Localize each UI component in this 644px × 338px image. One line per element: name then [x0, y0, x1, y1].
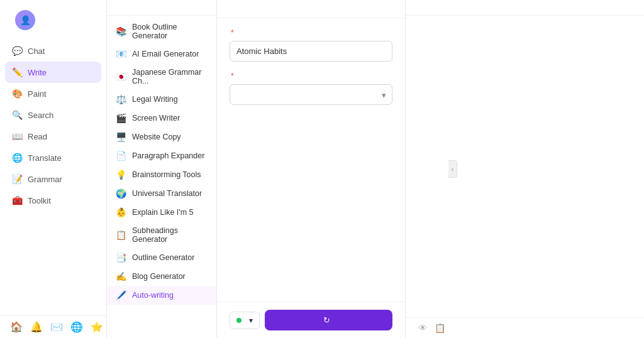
regenerate-icon: ↻	[323, 315, 330, 325]
result-footer: 👁 📋	[406, 317, 644, 338]
sidebar-item-read[interactable]: 📖Read	[5, 126, 101, 147]
topic-label: *	[230, 28, 392, 37]
main-panel: * * ▾ ‹ ▾ ↻	[217, 0, 406, 338]
paint-icon: 🎨	[11, 88, 23, 99]
wb-label-screen-writer: Screen Writer	[132, 114, 180, 123]
ai-email-icon: 📧	[116, 49, 127, 59]
wb-label-legal-writing: Legal Writing	[132, 95, 178, 104]
sidebar-label-paint: Paint	[28, 89, 47, 99]
wb-item-subheadings[interactable]: 📋Subheadings Generator	[107, 222, 216, 248]
result-header	[406, 0, 644, 16]
legal-writing-icon: ⚖️	[116, 94, 127, 104]
wb-item-universal-translator[interactable]: 🌍Universal Translator	[107, 184, 216, 203]
star-icon[interactable]: ⭐	[91, 321, 103, 333]
wb-item-auto-writing[interactable]: 🖊️Auto-writing	[107, 286, 216, 305]
app-logo: 👤	[0, 0, 106, 38]
wb-item-blog-generator[interactable]: ✍️Blog Generator	[107, 267, 216, 286]
explain-like-icon: 👶	[116, 207, 127, 217]
wb-item-explain-like[interactable]: 👶Explain Like I'm 5	[107, 203, 216, 222]
writing-bots-list: 📚Book Outline Generator📧AI Email Generat…	[107, 16, 216, 338]
gpt-dot	[236, 318, 242, 323]
wb-label-explain-like: Explain Like I'm 5	[132, 208, 194, 217]
sidebar-label-write: Write	[28, 68, 47, 77]
sidebar-item-write[interactable]: ✏️Write	[5, 62, 101, 83]
sidebar-item-paint[interactable]: 🎨Paint	[5, 83, 101, 104]
website-copy-icon: 🖥️	[116, 132, 127, 142]
writing-type-wrapper: ▾	[230, 84, 392, 105]
sidebar-label-search: Search	[28, 111, 53, 120]
sidebar-label-toolkit: Toolkit	[28, 196, 51, 205]
sidebar-label-grammar: Grammar	[28, 175, 62, 184]
wb-label-paragraph-expander: Paragraph Expander	[132, 151, 204, 160]
universal-translator-icon: 🌍	[116, 188, 127, 199]
wb-label-book-outline: Book Outline Generator	[132, 23, 208, 40]
translate-icon: 🌐	[11, 152, 23, 163]
wb-item-legal-writing[interactable]: ⚖️Legal Writing	[107, 90, 216, 109]
writing-bots-panel: 📚Book Outline Generator📧AI Email Generat…	[107, 0, 217, 338]
chrome-icon[interactable]: 🌐	[70, 321, 83, 333]
wb-item-paragraph-expander[interactable]: 📄Paragraph Expander	[107, 146, 216, 165]
topic-required: *	[231, 28, 234, 37]
wb-label-auto-writing: Auto-writing	[132, 291, 174, 300]
wb-item-book-outline[interactable]: 📚Book Outline Generator	[107, 18, 216, 45]
topic-field-group: *	[230, 28, 392, 62]
sidebar-item-grammar[interactable]: 📝Grammar	[5, 168, 101, 190]
screen-writer-icon: 🎬	[116, 113, 127, 123]
wb-item-website-copy[interactable]: 🖥️Website Copy	[107, 128, 216, 146]
wb-label-blog-generator: Blog Generator	[132, 272, 186, 281]
wb-label-outline-generator: Outline Generator	[132, 253, 194, 262]
grammar-icon: 📝	[11, 173, 23, 185]
sidebar-label-translate: Translate	[28, 153, 62, 163]
sidebar-nav: 💬Chat✏️Write🎨Paint🔍Search📖Read🌐Translate…	[0, 38, 106, 315]
wb-label-brainstorming: Brainstorming Tools	[132, 170, 201, 179]
topic-input[interactable]	[230, 41, 392, 62]
wb-item-japanese-grammar[interactable]: 🇯🇵Japanese Grammar Ch...	[107, 63, 216, 90]
sidebar-bottom: 🏠 🔔 ✉️ 🌐 ⭐	[0, 315, 106, 338]
chat-icon: 💬	[11, 45, 23, 57]
sidebar-label-read: Read	[28, 132, 47, 141]
result-body	[406, 16, 644, 317]
wb-label-japanese-grammar: Japanese Grammar Ch...	[132, 68, 208, 85]
wb-label-ai-email: AI Email Generator	[132, 50, 199, 58]
wb-item-brainstorming[interactable]: 💡Brainstorming Tools	[107, 165, 216, 184]
eye-icon[interactable]: 👁	[418, 323, 427, 333]
paragraph-expander-icon: 📄	[116, 151, 127, 161]
model-chevron-icon: ▾	[249, 316, 253, 325]
main-footer: ▾ ↻	[217, 302, 405, 338]
wb-label-subheadings: Subheadings Generator	[132, 226, 208, 244]
writing-type-field-group: * ▾	[230, 72, 392, 105]
writing-bots-title	[107, 0, 216, 16]
sidebar-item-search[interactable]: 🔍Search	[5, 104, 101, 126]
read-icon: 📖	[11, 131, 23, 142]
writing-type-label: *	[230, 72, 392, 80]
main-header	[217, 0, 405, 18]
mail-icon[interactable]: ✉️	[50, 321, 63, 333]
wb-label-website-copy: Website Copy	[132, 133, 181, 141]
sidebar-item-translate[interactable]: 🌐Translate	[5, 147, 101, 168]
collapse-handle[interactable]: ‹	[448, 160, 457, 178]
brainstorming-icon: 💡	[116, 170, 127, 180]
wb-item-outline-generator[interactable]: 📑Outline Generator	[107, 248, 216, 267]
subheadings-icon: 📋	[116, 230, 127, 240]
sidebar-item-chat[interactable]: 💬Chat	[5, 40, 101, 62]
regenerate-button[interactable]: ↻	[265, 310, 392, 330]
writing-type-select[interactable]	[230, 84, 392, 105]
japanese-grammar-icon: 🇯🇵	[116, 72, 127, 82]
bell-icon[interactable]: 🔔	[30, 321, 43, 333]
model-selector[interactable]: ▾	[230, 312, 260, 329]
home-icon[interactable]: 🏠	[10, 321, 23, 333]
sidebar: 👤 💬Chat✏️Write🎨Paint🔍Search📖Read🌐Transla…	[0, 0, 107, 338]
wb-label-universal-translator: Universal Translator	[132, 189, 202, 198]
avatar-icon: 👤	[20, 15, 31, 25]
result-panel: 👁 📋	[406, 0, 644, 338]
wb-item-screen-writer[interactable]: 🎬Screen Writer	[107, 109, 216, 128]
copy-icon[interactable]: 📋	[435, 323, 445, 333]
writing-type-required: *	[231, 72, 234, 80]
wb-item-ai-email[interactable]: 📧AI Email Generator	[107, 45, 216, 63]
outline-generator-icon: 📑	[116, 253, 127, 263]
book-outline-icon: 📚	[116, 26, 127, 36]
search-icon: 🔍	[11, 109, 23, 121]
sidebar-item-toolkit[interactable]: 🧰Toolkit	[5, 190, 101, 211]
avatar: 👤	[15, 10, 35, 30]
blog-generator-icon: ✍️	[116, 271, 127, 281]
